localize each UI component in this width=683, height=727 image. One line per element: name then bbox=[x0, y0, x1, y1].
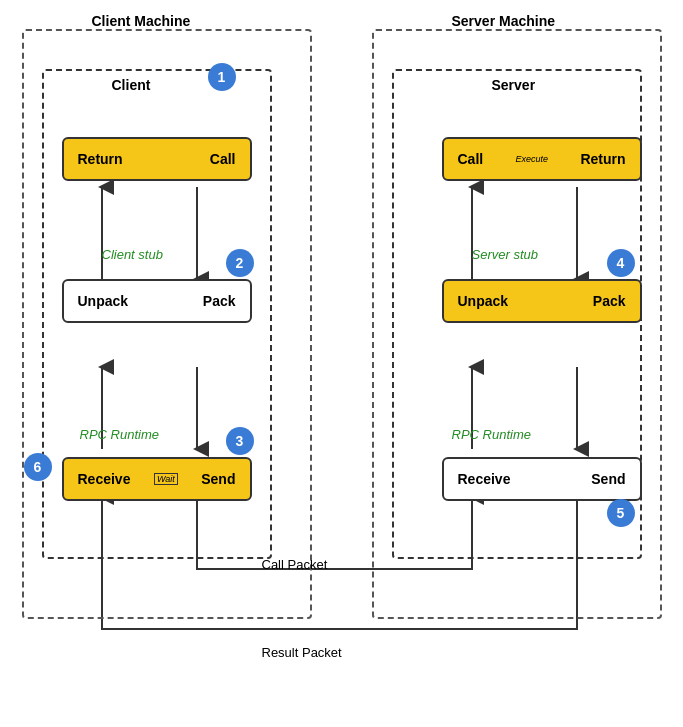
client-call-label: Call bbox=[210, 151, 236, 167]
num-circle-3: 3 bbox=[226, 427, 254, 455]
server-rpc-send-label: Send bbox=[591, 471, 625, 487]
num-circle-4: 4 bbox=[607, 249, 635, 277]
num-circle-2: 2 bbox=[226, 249, 254, 277]
server-stub-pack-label: Pack bbox=[593, 293, 626, 309]
client-comp-box: Return Call bbox=[62, 137, 252, 181]
server-stub-label: Server stub bbox=[472, 247, 538, 262]
client-rpc-send-label: Send bbox=[201, 471, 235, 487]
server-return-label: Return bbox=[580, 151, 625, 167]
rpc-runtime-server-label: RPC Runtime bbox=[452, 427, 531, 442]
call-packet-label: Call Packet bbox=[262, 557, 328, 572]
num-circle-6: 6 bbox=[24, 453, 52, 481]
client-rpc-box: Receive Wait Send bbox=[62, 457, 252, 501]
num-circle-1: 1 bbox=[208, 63, 236, 91]
client-stub-box: Unpack Pack bbox=[62, 279, 252, 323]
server-machine-label: Server Machine bbox=[452, 13, 556, 29]
server-comp-box: Call Execute Return bbox=[442, 137, 642, 181]
client-return-label: Return bbox=[78, 151, 123, 167]
client-machine-label: Client Machine bbox=[92, 13, 191, 29]
client-stub-unpack-label: Unpack bbox=[78, 293, 129, 309]
client-stub-pack-label: Pack bbox=[203, 293, 236, 309]
server-rpc-box: Receive Send bbox=[442, 457, 642, 501]
result-packet-label: Result Packet bbox=[262, 645, 342, 660]
client-rpc-receive-label: Receive bbox=[78, 471, 131, 487]
num-circle-5: 5 bbox=[607, 499, 635, 527]
server-call-label: Call bbox=[458, 151, 484, 167]
client-rpc-wait-label: Wait bbox=[154, 473, 178, 485]
server-execute-label: Execute bbox=[516, 154, 549, 164]
server-stub-box: Unpack Pack bbox=[442, 279, 642, 323]
client-stub-label: Client stub bbox=[102, 247, 163, 262]
server-stub-unpack-label: Unpack bbox=[458, 293, 509, 309]
rpc-runtime-client-label: RPC Runtime bbox=[80, 427, 159, 442]
server-rpc-receive-label: Receive bbox=[458, 471, 511, 487]
